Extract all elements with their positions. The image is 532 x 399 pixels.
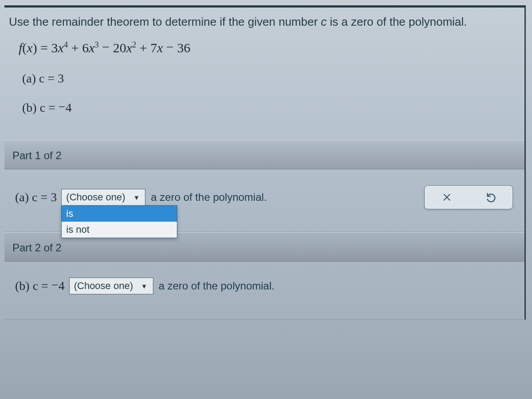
given-b: (b) c = −4	[22, 101, 520, 115]
part-1-dropdown-label: (Choose one)	[66, 192, 125, 203]
undo-icon	[485, 192, 496, 203]
given-a: (a) c = 3	[22, 71, 520, 86]
part-1-button-group	[424, 185, 513, 209]
question-instruction: Use the remainder theorem to determine i…	[4, 14, 520, 38]
instruction-pre: Use the remainder theorem to determine i…	[9, 15, 321, 28]
close-icon	[442, 192, 452, 202]
part-2-dropdown[interactable]: (Choose one) ▼	[69, 278, 153, 294]
part-2-dropdown-label: (Choose one)	[74, 280, 133, 292]
undo-button[interactable]	[469, 187, 512, 208]
chevron-down-icon: ▼	[133, 194, 140, 201]
part-1-suffix: a zero of the polynomial.	[151, 191, 266, 203]
polynomial-expression: f(x) = 3x4 + 6x3 − 20x2 + 7x − 36	[4, 38, 520, 68]
clear-button[interactable]	[426, 187, 468, 208]
instruction-post: is a zero of the polynomial.	[327, 15, 467, 28]
given-values: (a) c = 3 (b) c = −4	[4, 68, 520, 140]
instruction-var: c	[321, 15, 327, 28]
part-1-dropdown[interactable]: (Choose one) ▼	[61, 189, 145, 206]
part-1-prefix: (a) c = 3	[15, 190, 57, 204]
part-1-option-is[interactable]: is	[62, 206, 177, 222]
chevron-down-icon: ▼	[141, 282, 148, 290]
part-1-option-is-not[interactable]: is not	[62, 222, 177, 238]
part-2-prefix: (b) c = −4	[15, 279, 65, 293]
part-2-suffix: a zero of the polynomial.	[159, 280, 274, 292]
part-1-answer-row: (a) c = 3 (Choose one) ▼ is is not a zer…	[4, 169, 524, 232]
part-2-answer-row: (b) c = −4 (Choose one) ▼ a zero of the …	[4, 262, 524, 320]
part-1-header: Part 1 of 2	[4, 140, 524, 169]
part-1-dropdown-list: is is not	[61, 205, 177, 238]
